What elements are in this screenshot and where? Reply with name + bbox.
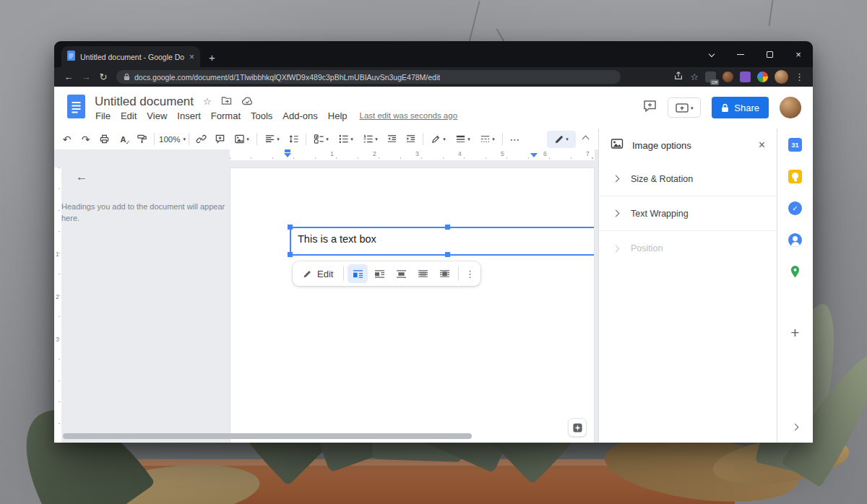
selection-handle[interactable]: [445, 252, 450, 257]
align-button[interactable]: ▾: [260, 131, 284, 148]
browser-tab[interactable]: Untitled document - Google Doc ×: [61, 46, 200, 67]
horizontal-scrollbar[interactable]: [63, 433, 472, 439]
behind-text-button[interactable]: [413, 264, 433, 283]
profile-avatar[interactable]: [780, 97, 801, 118]
right-indent-marker[interactable]: [530, 153, 538, 157]
docs-header: Untitled document ☆ File Edit View Inser…: [54, 87, 813, 129]
border-dash-button[interactable]: ▾: [475, 131, 499, 148]
menu-view[interactable]: View: [142, 110, 172, 121]
line-spacing-button[interactable]: [285, 131, 303, 148]
back-button[interactable]: ←: [60, 71, 77, 82]
docs-logo[interactable]: [67, 95, 85, 121]
document-page[interactable]: This is a text box Edit: [230, 168, 595, 443]
zoom-select[interactable]: 100%▾: [158, 131, 186, 148]
browser-profile-avatar[interactable]: [775, 70, 788, 84]
left-indent-marker[interactable]: [284, 153, 291, 157]
redo-button[interactable]: ↷: [77, 131, 95, 148]
image-options-panel: Image options × Size & Rotation Text Wra…: [598, 129, 777, 443]
browser-menu-icon[interactable]: ⋮: [795, 71, 804, 82]
in-front-of-text-button[interactable]: [434, 264, 454, 283]
menu-tools[interactable]: Tools: [246, 110, 277, 121]
spellcheck-button[interactable]: A✓: [114, 131, 132, 148]
share-button[interactable]: Share: [712, 97, 769, 118]
edit-drawing-button[interactable]: Edit: [296, 269, 340, 279]
minimize-button[interactable]: [726, 41, 755, 67]
tab-search-chevron-icon[interactable]: [697, 41, 726, 67]
menu-insert[interactable]: Insert: [172, 110, 206, 121]
menu-edit[interactable]: Edit: [116, 110, 142, 121]
add-addon-button[interactable]: +: [790, 326, 799, 340]
textbox-selection-top-edge[interactable]: [290, 227, 594, 228]
vertical-ruler[interactable]: 1 2 3: [54, 168, 61, 443]
maximize-button[interactable]: [755, 41, 784, 67]
checklist-button[interactable]: ▾: [309, 131, 333, 148]
bookmark-star-icon[interactable]: ☆: [690, 71, 699, 82]
calendar-icon[interactable]: 31: [788, 138, 802, 152]
close-panel-icon[interactable]: ×: [759, 139, 765, 151]
maps-icon[interactable]: [789, 265, 801, 282]
numbered-list-button[interactable]: ▾: [358, 131, 382, 148]
extension-icon[interactable]: [722, 71, 733, 82]
document-status-cloud-icon[interactable]: [241, 96, 254, 107]
tab-title: Untitled document - Google Doc: [80, 53, 184, 61]
print-button[interactable]: [95, 131, 113, 148]
menu-format[interactable]: Format: [206, 110, 246, 121]
bulleted-list-button[interactable]: ▾: [334, 131, 358, 148]
chevron-right-icon: [613, 210, 620, 217]
close-outline-icon[interactable]: ←: [76, 171, 231, 183]
border-color-button[interactable]: ▾: [426, 131, 450, 148]
insert-link-button[interactable]: [192, 131, 210, 148]
extensions-pinwheel-icon[interactable]: [757, 71, 768, 82]
paint-format-button[interactable]: [133, 131, 151, 148]
selection-handle[interactable]: [445, 225, 450, 230]
contacts-icon[interactable]: [788, 233, 802, 247]
present-button[interactable]: ▾: [668, 97, 701, 118]
star-document-icon[interactable]: ☆: [203, 97, 212, 106]
move-to-folder-icon[interactable]: [221, 96, 232, 107]
chevron-right-icon: [613, 175, 620, 183]
drawing-more-options-icon[interactable]: ⋮: [462, 269, 477, 279]
add-comment-button[interactable]: [211, 131, 229, 148]
menu-help[interactable]: Help: [323, 110, 353, 121]
extension-icon[interactable]: [740, 71, 751, 82]
editing-mode-button[interactable]: ▾: [547, 131, 576, 148]
comment-history-icon[interactable]: [643, 100, 657, 116]
textbox-text[interactable]: This is a text box: [298, 233, 376, 245]
menu-addons[interactable]: Add-ons: [277, 110, 322, 121]
wrap-inline-button[interactable]: [348, 264, 368, 283]
keep-icon[interactable]: [788, 170, 802, 183]
window-close-button[interactable]: ×: [784, 41, 813, 67]
toolbar-more-button[interactable]: ⋯: [506, 131, 524, 148]
new-tab-button[interactable]: +: [209, 52, 215, 63]
hide-menus-button[interactable]: [577, 131, 595, 148]
document-title[interactable]: Untitled document: [95, 95, 194, 109]
increase-indent-button[interactable]: [402, 131, 420, 148]
tab-close-icon[interactable]: ×: [189, 53, 194, 61]
textbox-selection-left-edge[interactable]: [290, 227, 291, 256]
address-bar[interactable]: docs.google.com/document/d/1TlwibbhkqlQX…: [116, 70, 621, 84]
wrap-text-button[interactable]: [369, 264, 389, 283]
selection-handle[interactable]: [288, 252, 293, 257]
share-page-icon[interactable]: [673, 70, 683, 84]
textbox-selection-bottom-edge[interactable]: [290, 254, 594, 256]
document-workspace: 1 2 3 1 2 3 4 5 6 7: [54, 149, 598, 443]
undo-button[interactable]: ↶: [58, 131, 76, 148]
section-text-wrapping[interactable]: Text Wrapping: [599, 196, 777, 231]
extension-off-icon[interactable]: Off: [705, 71, 716, 82]
tasks-icon[interactable]: ✓: [788, 201, 802, 215]
selection-handle[interactable]: [288, 225, 293, 230]
refresh-button[interactable]: ↻: [95, 71, 112, 82]
border-weight-button[interactable]: ▾: [451, 131, 475, 148]
last-edit-link[interactable]: Last edit was seconds ago: [360, 111, 458, 120]
hide-side-panel-icon[interactable]: [793, 420, 798, 433]
decrease-indent-button[interactable]: [383, 131, 401, 148]
section-size-rotation[interactable]: Size & Rotation: [599, 162, 777, 196]
first-line-indent-marker[interactable]: [285, 149, 290, 152]
horizontal-ruler[interactable]: 1 2 3 4 5 6 7: [230, 149, 595, 160]
insert-image-button[interactable]: ▾: [230, 131, 254, 148]
break-text-button[interactable]: [391, 264, 411, 283]
menu-file[interactable]: File: [95, 110, 116, 121]
forward-button[interactable]: →: [77, 71, 95, 82]
pencil-icon: [303, 269, 312, 279]
explore-button[interactable]: [568, 418, 587, 437]
